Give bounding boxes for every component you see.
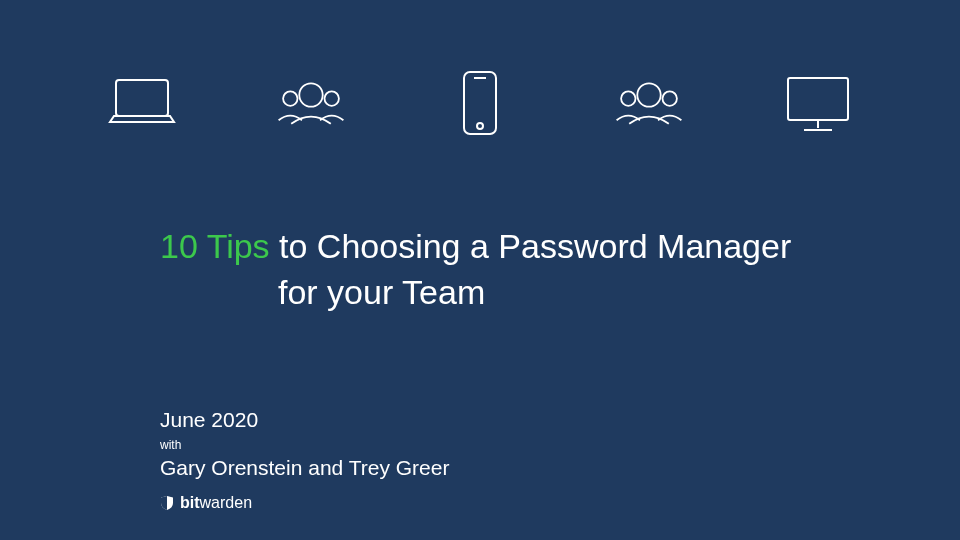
shield-icon [160, 495, 174, 511]
svg-rect-10 [788, 78, 848, 120]
meta-block: June 2020 with Gary Orenstein and Trey G… [160, 408, 449, 480]
people-icon [275, 68, 347, 140]
svg-point-1 [299, 83, 322, 106]
laptop-icon [106, 68, 178, 140]
smartphone-icon [444, 68, 516, 140]
title-line-2: for your Team [278, 270, 880, 316]
desktop-monitor-icon [782, 68, 854, 140]
title-highlight: 10 Tips [160, 227, 270, 265]
authors-text: Gary Orenstein and Trey Greer [160, 456, 449, 480]
svg-rect-4 [464, 72, 496, 134]
people-icon [613, 68, 685, 140]
svg-point-7 [637, 83, 660, 106]
svg-point-3 [325, 91, 339, 105]
date-text: June 2020 [160, 408, 449, 432]
with-label: with [160, 438, 449, 452]
brand-logo: bitwarden [160, 494, 252, 512]
svg-point-6 [477, 123, 483, 129]
svg-rect-0 [116, 80, 168, 116]
icon-row [0, 0, 960, 140]
svg-point-8 [621, 91, 635, 105]
brand-bold: bit [180, 494, 200, 511]
brand-light: warden [200, 494, 252, 511]
title-rest-1: to Choosing a Password Manager [270, 227, 792, 265]
slide-title: 10 Tips to Choosing a Password Manager f… [160, 224, 880, 316]
svg-point-9 [663, 91, 677, 105]
svg-point-2 [283, 91, 297, 105]
